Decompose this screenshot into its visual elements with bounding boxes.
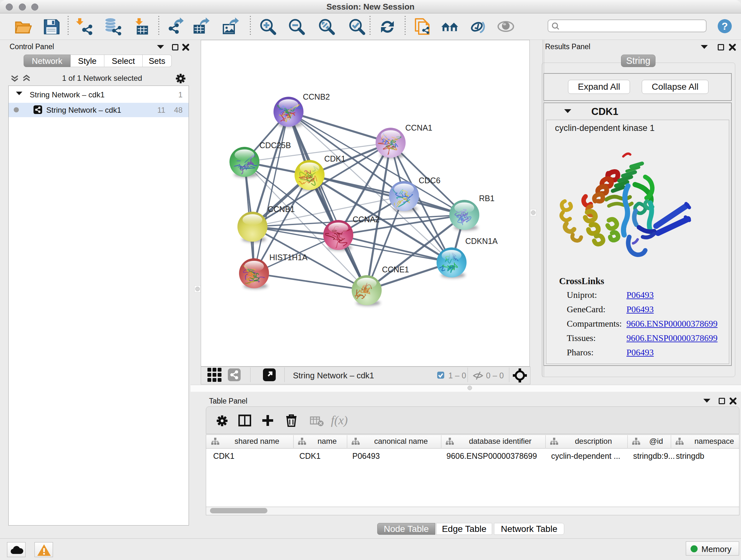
svg-text:RB1: RB1 xyxy=(479,194,495,203)
svg-text:CDK1: CDK1 xyxy=(324,154,346,163)
svg-text:CCNA1: CCNA1 xyxy=(405,123,432,132)
svg-text:CDC25B: CDC25B xyxy=(259,141,291,150)
svg-text:HIST1H1A: HIST1H1A xyxy=(269,253,308,262)
svg-text:CCNB1: CCNB1 xyxy=(268,205,295,213)
svg-text:CCNE1: CCNE1 xyxy=(382,265,409,274)
svg-text:CCNB2: CCNB2 xyxy=(303,92,330,101)
svg-text:CCNA2: CCNA2 xyxy=(353,215,380,224)
svg-text:CDC6: CDC6 xyxy=(419,176,441,185)
svg-text:CDKN1A: CDKN1A xyxy=(465,237,498,246)
